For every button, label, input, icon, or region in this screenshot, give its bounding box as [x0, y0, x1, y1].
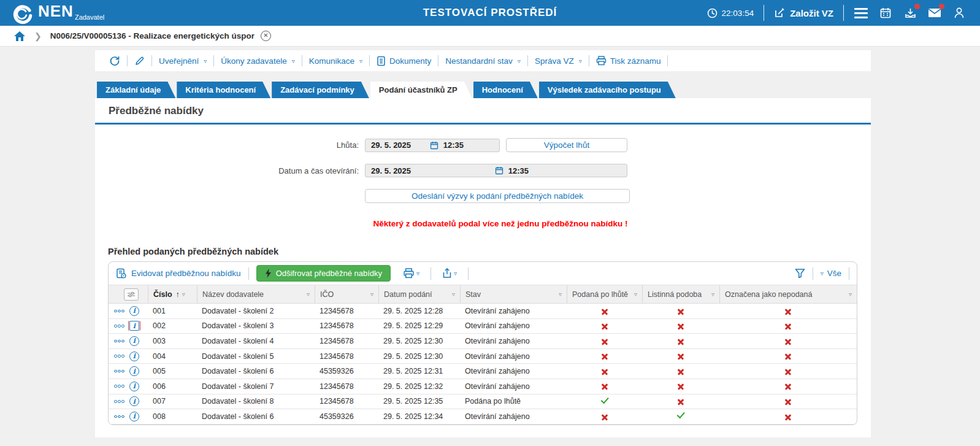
deadline-date-value[interactable]: 29. 5. 2025 — [366, 140, 411, 150]
chevron-down-icon: ▿ — [849, 291, 852, 298]
table-row[interactable]: i 008 Dodavatel - školení 6 45359326 29.… — [109, 409, 857, 425]
tab-zadavaci-podminky[interactable]: Zadávací podmínky — [272, 82, 369, 98]
table-row[interactable]: i 007 Dodavatel - školení 8 12345678 29.… — [109, 394, 857, 410]
profile-button[interactable] — [952, 6, 967, 20]
column-header-datum-podani[interactable]: Datum podání ▿ — [378, 285, 460, 303]
print-table-button[interactable]: ▿ — [399, 268, 423, 279]
calendar-small-icon[interactable] — [430, 141, 438, 150]
tab-vysledek-zadavaciho-postupu[interactable]: Výsledek zadávacího postupu — [539, 82, 676, 98]
filter-all-dropdown[interactable]: ▿ Vše — [821, 269, 841, 278]
cell-ico: 12345678 — [315, 382, 378, 391]
column-header-nazev-dodavatele[interactable]: Název dodavatele ▿ — [197, 285, 315, 303]
calendar-small-icon[interactable] — [495, 166, 503, 175]
opening-date-value[interactable]: 29. 5. 2025 — [366, 166, 411, 175]
row-info-icon[interactable]: i — [129, 396, 139, 406]
row-actions-icon[interactable] — [114, 325, 124, 328]
row-info-icon[interactable]: i — [129, 306, 139, 316]
column-header-oznacena-jako-nepodana[interactable]: Označena jako nepodaná ▿ — [719, 285, 857, 303]
toolbar-item-sprava-vz[interactable]: Správa VZ ▿ — [528, 56, 589, 66]
chevron-down-icon: ▿ — [711, 291, 714, 298]
cell-nazev-dodavatele: Dodavatel - školení 4 — [197, 337, 315, 345]
decrypt-bids-button[interactable]: Odšifrovat předběžné nabídky — [256, 265, 391, 282]
deadline-input-group[interactable]: 29. 5. 2025 12:35 — [365, 139, 500, 152]
calendar-button[interactable] — [878, 6, 893, 20]
cell-podana-po-lhute — [567, 382, 642, 391]
table-row[interactable]: i 003 Dodavatel - školení 4 12345678 29.… — [109, 334, 857, 349]
messages-button[interactable] — [927, 6, 942, 20]
column-header-ico[interactable]: IČO ▿ — [315, 285, 378, 303]
toolbar-label: Správa VZ — [535, 56, 574, 66]
opening-label: Datum a čas otevírání: — [95, 166, 365, 175]
row-actions-icon[interactable] — [114, 355, 124, 358]
tab-podani-ucastniku-zp[interactable]: Podání účastníků ZP — [370, 82, 472, 98]
row-actions-icon[interactable] — [114, 370, 124, 373]
row-info-icon[interactable]: i — [129, 382, 139, 391]
edit-button[interactable] — [128, 56, 151, 66]
column-header-stav[interactable]: Stav ▿ — [460, 285, 567, 303]
cross-icon — [677, 323, 684, 330]
table-row[interactable]: i 004 Dodavatel - školení 5 12345678 29.… — [109, 349, 857, 364]
toolbar-item-nestandardni-stav[interactable]: Nestandardní stav ▿ — [438, 56, 527, 66]
cross-icon — [677, 368, 684, 375]
cell-stav: Otevírání zahájeno — [460, 321, 567, 330]
column-header-cislo[interactable]: Číslo ↑ ▿ — [148, 285, 197, 303]
toolbar-item-uverejneni[interactable]: Uveřejnění ▿ — [152, 56, 213, 66]
column-header-listinna-podoba[interactable]: Listinná podoba ▿ — [642, 285, 719, 303]
nen-logo[interactable]: NEN Zadavatel — [12, 2, 104, 25]
export-table-button[interactable]: ▿ — [438, 268, 461, 279]
row-info-icon[interactable]: i — [129, 412, 139, 421]
breadcrumb-title[interactable]: N006/25/V00005136 - Realizace energetick… — [50, 31, 255, 40]
table-row[interactable]: i 002 Dodavatel - školení 3 12345678 29.… — [109, 319, 857, 334]
row-actions-icon[interactable] — [114, 415, 124, 418]
downloads-button[interactable] — [903, 6, 917, 20]
cell-cislo: 003 — [148, 337, 197, 345]
deadline-time-value[interactable]: 12:35 — [438, 140, 464, 150]
close-icon[interactable]: ✕ — [261, 31, 271, 41]
cross-icon — [601, 413, 608, 421]
tab-zakladni-udaje[interactable]: Základní údaje — [97, 82, 175, 98]
table-section-title: Přehled podaných předběžných nabídek — [108, 247, 871, 256]
cell-datum-podani: 29. 5. 2025 12:34 — [378, 412, 460, 421]
home-icon[interactable] — [13, 31, 26, 42]
deadline-form: Lhůta: 29. 5. 2025 12:35 Výpočet lhůt Da… — [95, 138, 871, 228]
cell-cislo: 001 — [148, 307, 197, 315]
toolbar-item-dokumenty[interactable]: Dokumenty — [370, 56, 438, 66]
table-row[interactable]: i 005 Dodavatel - školení 6 45359326 29.… — [109, 364, 857, 379]
filter-icon[interactable] — [795, 268, 805, 279]
row-actions-icon[interactable] — [114, 310, 124, 313]
menu-button[interactable] — [854, 6, 868, 20]
cell-podana-po-lhute — [567, 352, 642, 361]
table-row[interactable]: i 001 Dodavatel - školení 2 12345678 29.… — [109, 304, 857, 319]
create-vz-button[interactable]: Založit VZ — [774, 7, 833, 18]
table-row[interactable]: i 006 Dodavatel - školení 7 12345678 29.… — [109, 379, 857, 394]
tab-kriteria-hodnoceni[interactable]: Kritéria hodnocení — [177, 82, 270, 98]
bids-table-panel: Evidovat předběžnou nabídku Odšifrovat p… — [108, 261, 857, 425]
hamburger-icon — [854, 8, 868, 18]
toolbar-item-tisk-zaznamu[interactable]: Tisk záznamu — [589, 56, 668, 66]
column-settings-button[interactable] — [124, 288, 139, 301]
register-bid-button[interactable]: Evidovat předběžnou nabídku — [116, 268, 241, 279]
opening-time-value[interactable]: 12:35 — [503, 166, 529, 175]
tab-hodnoceni[interactable]: Hodnocení — [473, 82, 538, 98]
brand-name: NEN — [38, 2, 74, 20]
toolbar-item-komunikace[interactable]: Komunikace ▿ — [302, 56, 369, 66]
cell-listinna-podoba — [642, 367, 719, 375]
row-actions-icon[interactable] — [114, 340, 124, 343]
row-info-icon[interactable]: i — [129, 366, 139, 376]
cell-cislo: 008 — [148, 412, 197, 421]
toolbar-item-ukony-zadavatele[interactable]: Úkony zadavatele ▿ — [214, 56, 301, 66]
refresh-button[interactable] — [102, 55, 127, 66]
cell-listinna-podoba — [642, 397, 719, 406]
cell-oznacena-jako-nepodana — [719, 382, 857, 391]
calc-deadlines-button[interactable]: Výpočet lhůt — [506, 138, 627, 152]
row-actions-icon[interactable] — [114, 400, 124, 403]
column-header-podana-po-lhute[interactable]: Podaná po lhůtě ▿ — [567, 285, 642, 303]
row-info-icon[interactable]: i — [129, 336, 139, 346]
sort-ascending-icon: ↑ — [176, 290, 180, 299]
row-info-icon[interactable]: i — [129, 321, 139, 331]
send-invitation-button[interactable]: Odeslání výzvy k podání předběžných nabí… — [365, 189, 630, 203]
cell-nazev-dodavatele: Dodavatel - školení 6 — [197, 367, 315, 375]
row-info-icon[interactable]: i — [129, 352, 139, 361]
opening-input-group[interactable]: 29. 5. 2025 12:35 — [365, 164, 627, 177]
row-actions-icon[interactable] — [114, 385, 124, 388]
